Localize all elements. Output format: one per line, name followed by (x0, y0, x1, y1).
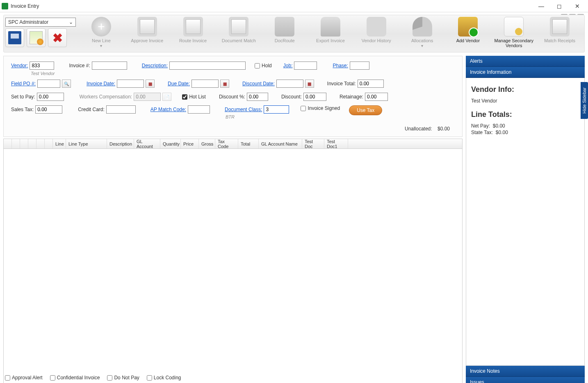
field-po-label[interactable]: Field PO #: (11, 81, 36, 87)
delete-button[interactable]: ✖ (48, 28, 67, 47)
hot-list-checkbox[interactable] (182, 94, 187, 100)
ap-match-label[interactable]: AP Match Code: (150, 107, 186, 112)
ribbon-route-invoice[interactable]: Route Invoice (173, 17, 214, 43)
due-date-calendar-button[interactable]: ▦ (220, 80, 229, 88)
discount-date-label[interactable]: Discount Date: (242, 81, 275, 87)
vendor-input[interactable] (30, 62, 54, 70)
user-dropdown-label: SPC Administrator (8, 19, 48, 25)
ap-match-input[interactable] (188, 105, 210, 114)
ribbon-new-line[interactable]: New Line▾ (81, 17, 122, 43)
invoice-total-input[interactable] (358, 80, 384, 88)
ribbon-match-receipts[interactable]: Match Receipts (539, 17, 580, 43)
grid-header-test-doc1[interactable]: Test Doc1 (324, 139, 348, 148)
save-button[interactable] (5, 28, 24, 47)
set-to-pay-input[interactable] (37, 93, 64, 101)
vendor-sublabel: Test Vendor (31, 71, 455, 76)
credit-card-input[interactable] (106, 105, 136, 114)
invoice-signed-checkbox[interactable] (301, 106, 306, 111)
alerts-header[interactable]: Alerts (466, 56, 585, 67)
grid-selector-cell[interactable] (20, 139, 28, 148)
field-po-lookup-button[interactable]: 🔍 (62, 80, 71, 88)
discount-pct-input[interactable] (247, 93, 268, 101)
close-button[interactable]: ✕ (568, 0, 586, 12)
grid-header-test-doc[interactable]: Test Doc (302, 139, 324, 148)
ribbon-manage-secondary-vendors[interactable]: Manage Secondary Vendors (493, 17, 534, 48)
workers-comp-detail-button[interactable]: 📄 (162, 93, 171, 101)
ribbon-item-label: Allocations (411, 38, 433, 43)
lines-grid[interactable]: LineLine TypeDescriptionGL AccountQuanti… (3, 139, 463, 383)
ribbon-document-match[interactable]: Document Match (218, 17, 259, 43)
grid-selector-cell[interactable] (12, 139, 20, 148)
description-label[interactable]: Description: (142, 63, 168, 68)
footer-confidential-invoice[interactable]: Confidential Invoice (50, 375, 100, 381)
ribbon-item-label: Add Vendor (456, 38, 480, 43)
field-po-input[interactable] (37, 80, 60, 88)
footer-do-not-pay[interactable]: Do Not Pay (107, 375, 139, 381)
invoice-date-label[interactable]: Invoice Date: (87, 81, 115, 87)
workers-comp-input (134, 93, 161, 101)
expand-icon[interactable]: ▾ (100, 43, 102, 48)
ribbon-approve-invoice[interactable]: Approve Invoice (127, 17, 168, 43)
hold-checkbox[interactable] (255, 63, 260, 68)
docmatch-icon (229, 17, 248, 36)
grid-header-quantity[interactable]: Quantity (160, 139, 181, 148)
footer-approval-alert[interactable]: Approval Alert (5, 375, 43, 381)
grid-header-gl-account[interactable]: GL Account (134, 139, 160, 148)
due-date-input[interactable] (191, 80, 219, 88)
footer-checkbox[interactable] (50, 375, 55, 381)
job-label[interactable]: Job: (283, 63, 293, 68)
app-icon (2, 3, 8, 9)
copy-invoice-button[interactable] (27, 28, 46, 47)
phase-input[interactable] (350, 62, 369, 70)
discount-input[interactable] (303, 93, 326, 101)
invoice-notes-header[interactable]: Invoice Notes (466, 366, 585, 377)
sales-tax-input[interactable] (35, 105, 62, 114)
sidebar: Alerts Invoice Information Vendor Info: … (466, 56, 585, 383)
grid-header-gross[interactable]: Gross (199, 139, 215, 148)
ribbon-docroute[interactable]: DocRoute (264, 17, 305, 43)
ribbon-add-vendor[interactable]: Add Vendor (447, 17, 488, 43)
description-input[interactable] (169, 62, 246, 70)
retainage-input[interactable] (365, 93, 388, 101)
grid-header-line[interactable]: Line (53, 139, 66, 148)
footer-checkbox[interactable] (107, 375, 112, 381)
doc-class-input[interactable] (264, 105, 289, 114)
grid-selector-cell[interactable] (45, 139, 53, 148)
expand-icon[interactable]: ▾ (421, 43, 423, 48)
grid-selector-cell[interactable] (28, 139, 36, 148)
invoice-info-header[interactable]: Invoice Information (466, 67, 585, 78)
discount-date-input[interactable] (276, 80, 303, 88)
grid-header-line-type[interactable]: Line Type (66, 139, 107, 148)
footer-checkbox[interactable] (147, 375, 152, 381)
maximize-button[interactable]: ◻ (550, 0, 568, 12)
grid-header-tax-code[interactable]: Tax Code (215, 139, 238, 148)
hide-sidebar-tab[interactable]: Hide Sidebar (581, 82, 588, 119)
due-date-label[interactable]: Due Date: (168, 81, 190, 87)
discount-date-calendar-button[interactable]: ▦ (305, 80, 314, 88)
phase-label[interactable]: Phase: (333, 63, 348, 68)
chevron-down-icon: ⌄ (69, 19, 73, 25)
user-dropdown[interactable]: SPC Administrator ⌄ (5, 18, 76, 27)
ribbon-allocations[interactable]: Allocations▾ (402, 17, 443, 43)
job-input[interactable] (294, 62, 317, 70)
issues-header[interactable]: Issues (466, 377, 585, 383)
ribbon-export-invoice[interactable]: Export Invoice (310, 17, 351, 43)
ribbon-vendor-history[interactable]: Vendor History (356, 17, 397, 43)
ribbon-item-label: New Line (92, 38, 111, 43)
grid-header-gl-account-name[interactable]: GL Account Name (259, 139, 302, 148)
doc-class-label[interactable]: Document Class: (225, 107, 262, 112)
grid-header-price[interactable]: Price (181, 139, 199, 148)
invoice-date-input[interactable] (117, 80, 144, 88)
grid-selector-cell[interactable] (36, 139, 45, 148)
invoice-date-calendar-button[interactable]: ▦ (146, 80, 155, 88)
vendor-label[interactable]: Vendor: (11, 63, 28, 68)
grid-header-description[interactable]: Description (107, 139, 134, 148)
grid-header-total[interactable]: Total (238, 139, 259, 148)
minimize-button[interactable]: — (532, 0, 550, 12)
footer-lock-coding[interactable]: Lock Coding (147, 375, 181, 381)
footer-checkbox[interactable] (5, 375, 10, 381)
grid-selector-cell[interactable] (4, 139, 12, 148)
use-tax-button[interactable]: Use Tax (349, 105, 382, 115)
invoice-num-input[interactable] (92, 62, 127, 70)
copy-icon (30, 31, 43, 44)
